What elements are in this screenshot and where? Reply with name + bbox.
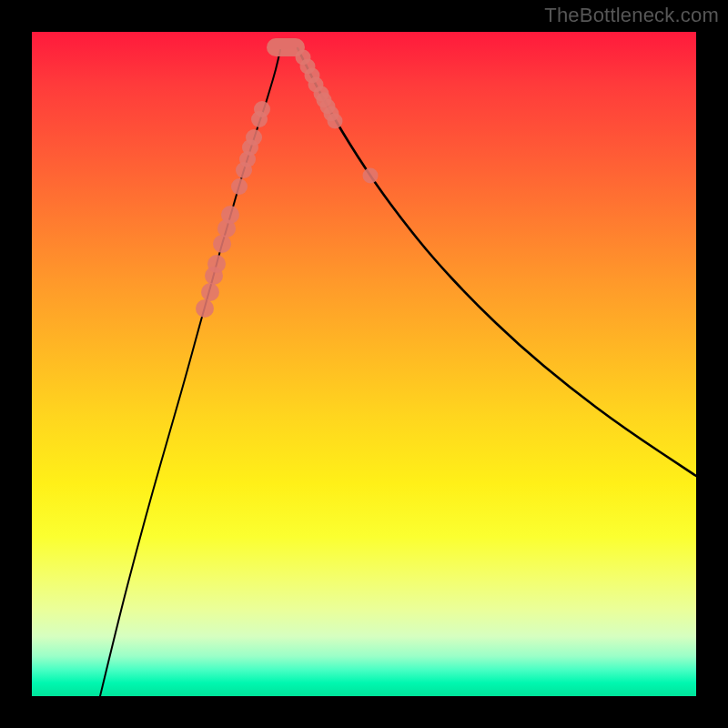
dot-cluster-left-upper [196,206,239,318]
dot-cluster-left-lower [231,101,270,195]
data-point-dot [201,283,219,301]
data-point-dot [213,235,231,253]
chart-plot-area [32,32,696,696]
data-point-dot [246,129,262,146]
data-point-dot [221,206,239,224]
data-point-dot [363,168,379,184]
data-point-dot [296,50,311,66]
data-point-dot [231,178,248,195]
curve-right-branch [298,48,696,476]
data-point-dot [196,299,214,318]
dot-cluster-right [296,50,379,184]
watermark-text: TheBottleneck.com [544,4,719,27]
data-point-dot [207,255,226,273]
chart-svg [32,32,696,696]
data-point-dot [254,101,270,117]
